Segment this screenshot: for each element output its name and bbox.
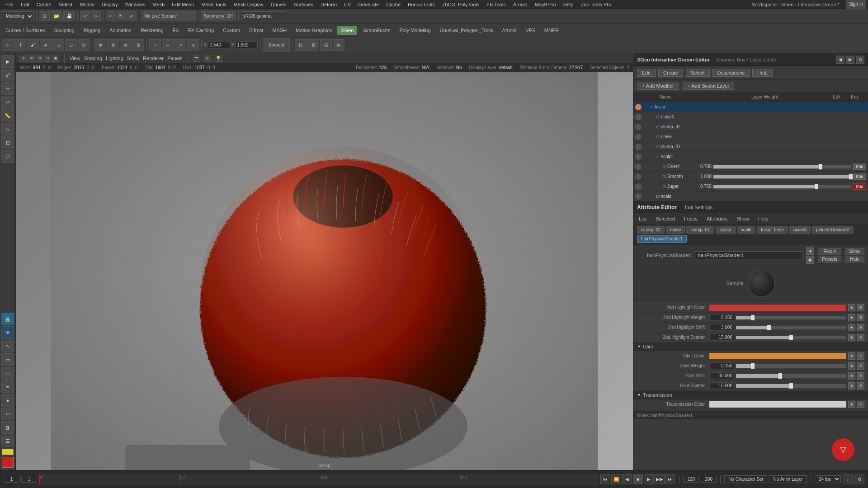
- menu-surfaces[interactable]: Surfaces: [290, 0, 317, 9]
- play-start-btn[interactable]: ⏮: [600, 474, 610, 484]
- arc-btn[interactable]: ↩: [1, 408, 14, 420]
- layer-row-sculpt[interactable]: ✕ sculpt: [633, 152, 868, 162]
- sample-sphere[interactable]: [748, 270, 775, 297]
- highlight-scatter-slider[interactable]: [736, 336, 846, 339]
- tool-i-btn[interactable]: ⊡: [295, 39, 307, 51]
- highlight-color-swatch[interactable]: [709, 305, 846, 311]
- layer-edit-smooth-btn[interactable]: Edit: [853, 174, 866, 180]
- layer-eye-jugar[interactable]: [635, 183, 642, 190]
- menu-mesh[interactable]: Mesh: [149, 0, 168, 9]
- glint-scatter-val[interactable]: [709, 382, 734, 389]
- play-stop-btn[interactable]: ■: [633, 474, 643, 484]
- shader-tab-clump02[interactable]: clump_02: [637, 226, 665, 234]
- layer-slider-smooth[interactable]: [713, 175, 851, 178]
- highlight-weight-link[interactable]: ◈: [848, 314, 855, 321]
- menu-mesh-display[interactable]: Mesh Display: [230, 0, 267, 9]
- play-forward-btn[interactable]: ▶: [644, 474, 654, 484]
- attr-tab-list[interactable]: List: [635, 215, 650, 222]
- add-sculpt-layer-btn[interactable]: + Add Sculpt Layer: [683, 82, 735, 90]
- pen-btn[interactable]: ✒: [1, 380, 14, 393]
- menu-bonus[interactable]: Bonus Tools: [404, 0, 439, 9]
- red-circle-btn[interactable]: ▽: [832, 438, 854, 461]
- transmission-color-link[interactable]: ◈: [848, 401, 855, 408]
- vp-icon5[interactable]: ▣: [52, 55, 59, 62]
- shader-tab-place2d[interactable]: place2dTexture2: [812, 226, 853, 234]
- menu-curves[interactable]: Curves: [267, 0, 290, 9]
- fps-dropdown[interactable]: 24 fps 30 fps: [815, 475, 841, 483]
- attr-tab-show[interactable]: Show: [733, 215, 753, 222]
- glint-weight-link[interactable]: ◈: [848, 362, 855, 370]
- shader-hide-btn[interactable]: Hide: [845, 256, 864, 263]
- layer-eye-clump02[interactable]: [635, 124, 642, 130]
- xgen-edit-btn[interactable]: Edit: [637, 69, 656, 77]
- lock-icon-btn[interactable]: 🔒: [1, 313, 14, 325]
- tab-bifrost[interactable]: Bifrost: [245, 26, 267, 35]
- viewport-lighting-menu[interactable]: Lighting: [106, 56, 123, 61]
- rect-sel-btn[interactable]: ▭: [1, 353, 14, 366]
- layer-row-jugar[interactable]: ⊙ Jugar 0.755 Edit: [633, 182, 868, 192]
- shader-tab-hair-physical[interactable]: hairPhysicalShader1: [637, 235, 687, 243]
- rect-tool-btn[interactable]: □: [1, 367, 14, 380]
- shader-presets-btn[interactable]: Presets: [818, 256, 841, 263]
- highlight-weight-slider[interactable]: [736, 316, 846, 319]
- tab-arnold[interactable]: Arnold: [499, 26, 520, 35]
- shader-connect-btn2[interactable]: ◉: [806, 256, 814, 264]
- tool-f-btn[interactable]: ↔: [162, 39, 174, 51]
- layer-row-noise2[interactable]: ⊙ noise2: [633, 112, 868, 122]
- undo-btn[interactable]: ↩: [80, 11, 90, 21]
- attr-tab-selected[interactable]: Selected: [652, 215, 679, 222]
- xgen-descriptions-btn[interactable]: Descriptions: [712, 69, 750, 77]
- highlight-scatter-link2[interactable]: ⊞: [857, 334, 864, 341]
- xgen-prev-btn[interactable]: ◀: [836, 56, 844, 64]
- tool-a-btn[interactable]: ⊕: [94, 39, 106, 51]
- glint-shift-link[interactable]: ◈: [848, 372, 855, 380]
- layer-btn[interactable]: ☰: [1, 435, 14, 447]
- select-icon-btn[interactable]: ▷: [2, 39, 14, 51]
- redo-btn[interactable]: ↪: [91, 11, 101, 21]
- shader-value-input[interactable]: [695, 251, 802, 259]
- menu-file[interactable]: File: [2, 0, 17, 9]
- eye-tool-btn[interactable]: 👁: [1, 326, 14, 339]
- cut-tool-btn[interactable]: ✂: [1, 96, 14, 108]
- shader-tab-sculpt[interactable]: sculpt: [716, 226, 736, 234]
- tab-simon[interactable]: SimonFuchs: [359, 26, 394, 35]
- glint-color-swatch[interactable]: [709, 353, 846, 359]
- tab-xgen[interactable]: XGen: [337, 26, 357, 35]
- tab-animation[interactable]: Animation: [106, 26, 135, 35]
- tab-sculpting[interactable]: Sculpting: [50, 26, 78, 35]
- tool-l-btn[interactable]: ⊛: [333, 39, 344, 51]
- menu-uv[interactable]: UV: [340, 0, 354, 9]
- play-prev-btn[interactable]: ⏪: [611, 474, 621, 484]
- glint-scatter-link2[interactable]: ⊞: [857, 382, 864, 389]
- y-coord-input[interactable]: [235, 42, 258, 48]
- viewport-view-menu[interactable]: View: [70, 56, 80, 61]
- sign-in-btn[interactable]: Sign In: [846, 0, 866, 9]
- animate-tool-btn[interactable]: ▷: [1, 123, 14, 136]
- shader-tab-noise[interactable]: noise: [666, 226, 685, 234]
- key-btn[interactable]: ⬦: [843, 474, 853, 484]
- tool-k-btn[interactable]: ⊟: [320, 39, 332, 51]
- tool-j-btn[interactable]: ⊠: [307, 39, 319, 51]
- viewport-renderer-menu[interactable]: Renderer: [143, 56, 164, 61]
- tab-vfx[interactable]: VFX: [522, 26, 538, 35]
- add-modifier-btn[interactable]: + Add Modifier: [637, 82, 679, 90]
- smooth-tool-icon[interactable]: Smooth: [263, 38, 290, 52]
- tab-motion-graphics[interactable]: Motion Graphics: [292, 26, 335, 35]
- layer-slider-orient[interactable]: [713, 165, 851, 169]
- xgen-next-btn[interactable]: ▶: [846, 56, 854, 64]
- measure-tool-btn[interactable]: 📏: [1, 109, 14, 122]
- highlight-color-link[interactable]: ◈: [848, 304, 855, 311]
- menu-windows[interactable]: Windows: [122, 0, 149, 9]
- trash-btn[interactable]: 🗑: [1, 421, 14, 434]
- brush1-btn[interactable]: ⊙: [65, 39, 77, 51]
- highlight-weight-val[interactable]: [709, 314, 734, 321]
- marquee-icon-btn[interactable]: □: [52, 39, 64, 51]
- sculpt-tool-btn[interactable]: ✏: [1, 82, 14, 95]
- tool-c-btn[interactable]: ⊘: [120, 39, 132, 51]
- play-prev-frame-btn[interactable]: ◀: [622, 474, 632, 484]
- vp-icon2[interactable]: ⊠: [28, 55, 35, 62]
- menu-create[interactable]: Create: [33, 0, 55, 9]
- tab-fx-caching[interactable]: FX Caching: [184, 26, 217, 35]
- xgen-select-btn[interactable]: Select: [686, 69, 710, 77]
- tab-fx[interactable]: FX: [169, 26, 183, 35]
